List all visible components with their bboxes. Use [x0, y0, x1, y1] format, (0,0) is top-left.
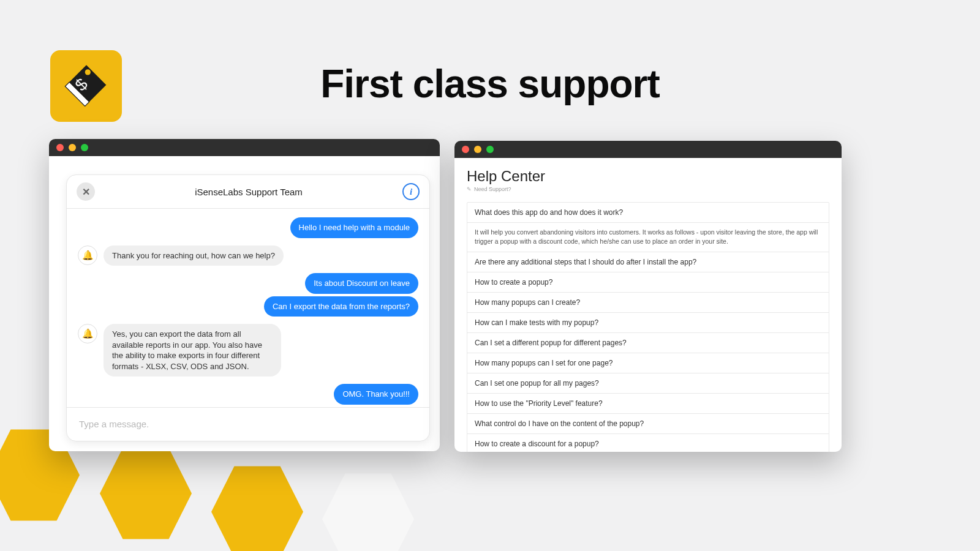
window-min-dot[interactable]: [69, 144, 76, 151]
agent-avatar: 🔔: [78, 324, 97, 343]
help-center-title: Help Center: [467, 168, 829, 185]
faq-item[interactable]: How many popups can I set for one page?: [467, 353, 829, 373]
hex-decoration: [211, 459, 303, 551]
chat-card: ✕ iSenseLabs Support Team i Hello I need…: [66, 174, 430, 441]
faq-item[interactable]: How can I make tests with my popup?: [467, 313, 829, 333]
help-center-body: Help Center Need Support? What does this…: [454, 158, 842, 452]
hex-decoration: [100, 441, 192, 546]
faq-item[interactable]: Can I set one popup for all my pages?: [467, 373, 829, 394]
faq-item[interactable]: How to create a discount for a popup?: [467, 434, 829, 452]
page-headline: First class support: [0, 61, 980, 107]
hex-decoration: [322, 467, 414, 551]
agent-avatar: 🔔: [78, 246, 97, 265]
faq-answer: It will help you convert abandoning visi…: [467, 223, 829, 252]
window-titlebar: [49, 139, 440, 156]
help-center-window: Help Center Need Support? What does this…: [454, 141, 842, 452]
close-icon[interactable]: ✕: [77, 182, 95, 201]
message-incoming: Thank you for reaching out, how can we h…: [104, 246, 284, 266]
faq-item[interactable]: Can I set a different popup for differen…: [467, 333, 829, 353]
chat-window: ✕ iSenseLabs Support Team i Hello I need…: [49, 139, 440, 451]
chat-input-area: [67, 407, 429, 441]
faq-list: What does this app do and how does it wo…: [467, 202, 829, 452]
help-center-subtitle[interactable]: Need Support?: [467, 186, 829, 192]
faq-item[interactable]: What does this app do and how does it wo…: [467, 203, 829, 223]
window-max-dot[interactable]: [486, 146, 494, 153]
message-outgoing: Its about Discount on leave: [305, 273, 418, 294]
chat-body: Hello I need help with a module 🔔 Thank …: [67, 209, 429, 407]
window-close-dot[interactable]: [462, 146, 469, 153]
message-outgoing: Can I export the data from the reports?: [264, 296, 418, 317]
message-incoming: Yes, you can export the data from all av…: [104, 324, 281, 377]
faq-item[interactable]: How to use the "Priority Level" feature?: [467, 394, 829, 414]
window-min-dot[interactable]: [474, 146, 481, 153]
window-max-dot[interactable]: [81, 144, 88, 151]
chat-title: iSenseLabs Support Team: [95, 187, 402, 197]
message-outgoing: Hello I need help with a module: [290, 217, 418, 238]
faq-item[interactable]: How many popups can I create?: [467, 293, 829, 313]
faq-item[interactable]: How to create a popup?: [467, 272, 829, 293]
faq-item[interactable]: What control do I have on the content of…: [467, 414, 829, 434]
window-titlebar: [454, 141, 842, 158]
chat-header: ✕ iSenseLabs Support Team i: [67, 175, 429, 209]
window-close-dot[interactable]: [56, 144, 64, 151]
info-icon[interactable]: i: [402, 183, 420, 200]
message-outgoing: OMG. Thank you!!!: [334, 384, 418, 405]
faq-item[interactable]: Are there any additional steps that I sh…: [467, 252, 829, 272]
message-input[interactable]: [79, 419, 417, 429]
